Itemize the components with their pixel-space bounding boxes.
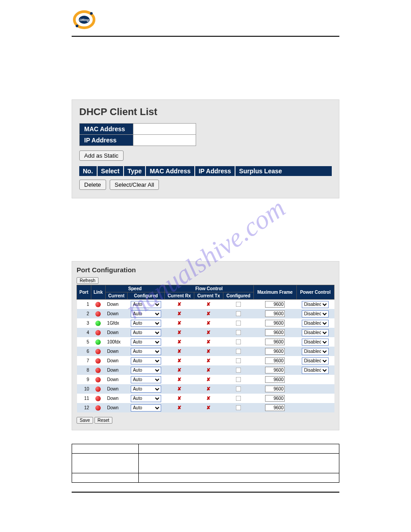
col-no: No.: [79, 166, 98, 176]
power-select[interactable]: Disabled: [302, 320, 329, 327]
flow-rx: ✘: [164, 403, 194, 412]
power-cell: [296, 375, 334, 384]
power-cell: Disabled: [296, 309, 334, 318]
flow-checkbox[interactable]: [236, 339, 241, 345]
maxframe-cell: [253, 309, 296, 318]
flow-conf: [223, 375, 253, 384]
maxframe-input[interactable]: [265, 376, 285, 383]
power-cell: [296, 403, 334, 412]
port-number: 1: [77, 300, 91, 309]
mac-input[interactable]: [133, 124, 196, 135]
flow-checkbox[interactable]: [236, 358, 241, 364]
flow-tx: ✘: [194, 309, 223, 318]
ip-input[interactable]: [133, 135, 196, 146]
maxframe-input[interactable]: [265, 395, 285, 402]
maxframe-input[interactable]: [265, 348, 285, 355]
flow-rx: ✘: [164, 347, 194, 356]
speed-current: Down: [105, 347, 127, 356]
speed-select[interactable]: Auto: [131, 339, 161, 346]
speed-select[interactable]: Auto: [131, 348, 161, 355]
col-lease: Surplus Lease: [235, 166, 286, 176]
port-number: 7: [77, 356, 91, 365]
save-button[interactable]: Save: [77, 417, 93, 424]
speed-select[interactable]: Auto: [131, 320, 161, 327]
flow-checkbox[interactable]: [236, 321, 241, 326]
port-table: Port Link Speed Flow Control Maximum Fra…: [77, 285, 334, 412]
refresh-button[interactable]: Refresh: [77, 277, 98, 284]
add-as-static-button[interactable]: Add as Static: [79, 150, 124, 161]
power-select[interactable]: Disabled: [302, 367, 329, 374]
maxframe-cell: [253, 375, 296, 384]
power-cell: Disabled: [296, 328, 334, 337]
flow-conf: [223, 347, 253, 356]
maxframe-input[interactable]: [265, 320, 285, 326]
speed-select[interactable]: Auto: [131, 404, 161, 412]
speed-select[interactable]: Auto: [131, 386, 161, 393]
maxframe-input[interactable]: [265, 339, 285, 345]
maxframe-cell: [253, 384, 296, 394]
speed-select[interactable]: Auto: [131, 329, 161, 336]
power-select[interactable]: Disabled: [302, 357, 329, 365]
col-type: Type: [124, 166, 146, 176]
flow-checkbox[interactable]: [236, 396, 241, 401]
power-select[interactable]: Disabled: [302, 339, 329, 346]
flow-rx: ✘: [164, 394, 194, 403]
maxframe-input[interactable]: [265, 386, 285, 392]
maxframe-input[interactable]: [265, 329, 285, 336]
svg-point-1: [90, 12, 93, 15]
delete-button[interactable]: Delete: [79, 180, 106, 190]
maxframe-input[interactable]: [265, 367, 285, 373]
flow-checkbox[interactable]: [236, 386, 241, 392]
speed-current: Down: [105, 403, 127, 412]
desc-r1-label: [72, 444, 139, 454]
flow-tx: ✘: [194, 356, 223, 365]
power-select[interactable]: Disabled: [302, 301, 329, 308]
maxframe-input[interactable]: [265, 404, 285, 411]
select-clear-button[interactable]: Select/Clear All: [110, 180, 159, 190]
maxframe-input[interactable]: [265, 357, 285, 364]
flow-tx: ✘: [194, 375, 223, 384]
speed-current: Down: [105, 394, 127, 403]
flow-checkbox[interactable]: [236, 405, 241, 411]
speed-select[interactable]: Auto: [131, 357, 161, 365]
oring-logo: ORing: [72, 9, 339, 32]
speed-select[interactable]: Auto: [131, 301, 161, 308]
power-cell: [296, 384, 334, 394]
maxframe-input[interactable]: [265, 310, 285, 317]
power-select[interactable]: Disabled: [302, 329, 329, 336]
port-number: 12: [77, 403, 91, 412]
port-number: 9: [77, 375, 91, 384]
th-flow-tx: Current Tx: [194, 292, 223, 300]
speed-select[interactable]: Auto: [131, 367, 161, 374]
flow-rx: ✘: [164, 356, 194, 365]
th-speed-current: Current: [105, 292, 127, 300]
flow-checkbox[interactable]: [236, 349, 241, 354]
th-speed: Speed: [105, 285, 164, 292]
maxframe-input[interactable]: [265, 301, 285, 308]
link-led: [91, 365, 105, 375]
speed-select-cell: Auto: [128, 347, 165, 356]
speed-select[interactable]: Auto: [131, 376, 161, 383]
port-number: 11: [77, 394, 91, 403]
flow-checkbox[interactable]: [236, 330, 241, 335]
power-cell: Disabled: [296, 300, 334, 309]
flow-checkbox[interactable]: [236, 311, 241, 317]
dhcp-title: DHCP Client List: [79, 106, 332, 118]
maxframe-cell: [253, 365, 296, 375]
flow-checkbox[interactable]: [236, 377, 241, 382]
power-select[interactable]: Disabled: [302, 348, 329, 355]
flow-conf: [223, 309, 253, 318]
speed-select[interactable]: Auto: [131, 310, 161, 317]
th-maxframe: Maximum Frame: [253, 285, 296, 300]
power-select[interactable]: Disabled: [302, 310, 329, 317]
flow-rx: ✘: [164, 375, 194, 384]
speed-select[interactable]: Auto: [131, 395, 161, 402]
speed-select-cell: Auto: [128, 328, 165, 337]
port-number: 3: [77, 318, 91, 328]
reset-button[interactable]: Reset: [94, 417, 112, 424]
flow-checkbox[interactable]: [236, 368, 241, 373]
port-row: 8DownAuto✘✘Disabled: [77, 365, 334, 375]
flow-conf: [223, 318, 253, 328]
link-led: [91, 375, 105, 384]
flow-checkbox[interactable]: [236, 302, 241, 307]
